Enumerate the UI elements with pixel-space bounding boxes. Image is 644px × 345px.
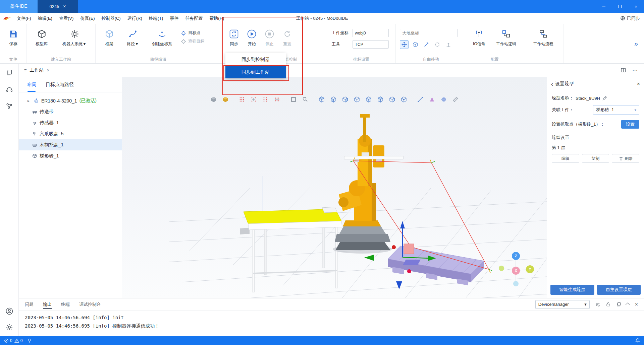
- manual-stack-button[interactable]: 自主设置垛层: [597, 285, 641, 295]
- hint-bulb[interactable]: [27, 338, 32, 343]
- tree-item-robot[interactable]: ▸ ER180-4-3200_1 (已激活): [19, 95, 122, 106]
- menu-item-sync-to-workstation[interactable]: 同步到工作站: [225, 66, 286, 78]
- menu-event[interactable]: 事件: [166, 13, 182, 24]
- menu-edit[interactable]: 编辑(E): [35, 13, 56, 24]
- delete-layer-button[interactable]: 删除: [612, 154, 639, 163]
- tab-debug-console[interactable]: 调试控制台: [79, 298, 101, 310]
- menu-item-sync-to-controller[interactable]: 同步到控制器: [225, 53, 286, 66]
- settings-gear-icon[interactable]: [5, 323, 13, 331]
- split-view-icon[interactable]: [621, 67, 626, 73]
- free-move-cube-button[interactable]: [411, 40, 420, 49]
- sync-button[interactable]: 同步: [228, 27, 240, 47]
- device-manager-select[interactable]: Devicemanager ▾: [535, 300, 590, 309]
- view-target-button[interactable]: 查看目标: [181, 39, 204, 44]
- start-button[interactable]: 开始: [246, 27, 258, 47]
- notifications-bell-icon[interactable]: [635, 338, 640, 343]
- ribbon-expand-icon[interactable]: »: [634, 40, 644, 48]
- free-move-rotate-button[interactable]: [433, 40, 442, 49]
- tree-item-brick[interactable]: 梯形砖_1: [19, 150, 122, 161]
- gold-cube-icon[interactable]: [222, 96, 229, 103]
- pages-icon[interactable]: [6, 69, 13, 76]
- view-cube-icon-6[interactable]: [377, 96, 384, 103]
- window-minimize-button[interactable]: ─: [596, 0, 612, 13]
- lock-icon[interactable]: [606, 302, 611, 307]
- document-tab-close-icon[interactable]: ×: [63, 4, 66, 9]
- world-coord-input[interactable]: [400, 29, 458, 37]
- copy-panel-icon[interactable]: [616, 302, 621, 307]
- point-grid-icon-1[interactable]: [238, 96, 246, 103]
- free-move-axis-button[interactable]: [444, 40, 453, 49]
- view-cube-icon-1[interactable]: [318, 96, 325, 103]
- tool-input[interactable]: [353, 40, 389, 49]
- wobj-input[interactable]: [353, 29, 389, 37]
- tree-item-gripper[interactable]: 六爪吸盘_5: [19, 128, 122, 139]
- tab-targets-paths[interactable]: 目标点与路径: [42, 77, 77, 92]
- workstation-logic-button[interactable]: 工作站逻辑: [495, 27, 518, 47]
- panel-close-icon[interactable]: ×: [637, 81, 640, 87]
- auto-generate-stack-button[interactable]: 智能生成垛层: [550, 285, 594, 295]
- tree-item-pallet[interactable]: 木制托盘_1: [19, 139, 122, 150]
- measure-line-icon[interactable]: [417, 96, 424, 103]
- frame-select-icon[interactable]: [290, 96, 297, 103]
- view-cube-icon-2[interactable]: [330, 96, 337, 103]
- menu-task-config[interactable]: 任务配置: [182, 13, 206, 24]
- headset-icon[interactable]: [6, 86, 13, 93]
- gizmo-minor-axis-dot[interactable]: [513, 281, 519, 286]
- copy-layer-button[interactable]: 复制: [582, 154, 609, 163]
- zoom-region-icon[interactable]: [302, 96, 309, 103]
- expand-caret-icon[interactable]: ▸: [28, 98, 32, 103]
- viewport-3d[interactable]: Z Y X: [122, 77, 547, 298]
- menu-run[interactable]: 运行(R): [124, 13, 146, 24]
- error-count[interactable]: 0: [4, 338, 12, 343]
- app-tab[interactable]: 墨斗IDE: [0, 0, 38, 13]
- point-grid-icon-2[interactable]: [250, 96, 257, 103]
- view-cube-icon-5[interactable]: [365, 96, 372, 103]
- workstation-tab-close-icon[interactable]: ×: [47, 68, 50, 73]
- menu-simulation[interactable]: 仿真(E): [77, 13, 98, 24]
- point-grid-icon-4[interactable]: [273, 96, 281, 103]
- path-button[interactable]: 路径▼: [122, 27, 143, 47]
- user-account-icon[interactable]: [5, 307, 13, 315]
- panel-close-icon[interactable]: ×: [635, 301, 638, 307]
- menu-terminal[interactable]: 终端(T): [146, 13, 167, 24]
- warning-count[interactable]: 0: [14, 338, 23, 343]
- back-chevron-icon[interactable]: ‹: [551, 81, 553, 88]
- edit-layer-button[interactable]: 编辑: [552, 154, 579, 163]
- output-lines-icon[interactable]: [595, 302, 600, 307]
- workstation-flow-button[interactable]: 工作站流程: [532, 27, 555, 47]
- edit-pencil-icon[interactable]: [602, 96, 607, 101]
- tree-item-conveyor[interactable]: 传送带: [19, 106, 122, 117]
- point-grid-icon-3[interactable]: [262, 96, 269, 103]
- menu-view[interactable]: 查看(V): [56, 13, 77, 24]
- more-actions-icon[interactable]: ⋯: [632, 67, 638, 73]
- stop-button[interactable]: 停止: [264, 27, 275, 47]
- document-tab[interactable]: 0245 ×: [38, 0, 78, 13]
- shaded-cube-icon[interactable]: [210, 96, 217, 103]
- orientation-gizmo[interactable]: Z Y X: [499, 252, 534, 286]
- robot-arm[interactable]: [333, 114, 403, 254]
- panel-collapse-icon[interactable]: [625, 303, 630, 307]
- tab-layout[interactable]: 布局: [23, 77, 40, 92]
- view-cube-icon-8[interactable]: [400, 96, 408, 103]
- ruler-icon[interactable]: [452, 96, 459, 103]
- window-maximize-button[interactable]: [612, 0, 628, 13]
- tab-terminal[interactable]: 终端: [61, 298, 70, 310]
- tab-problems[interactable]: 问题: [25, 298, 34, 310]
- free-move-arrow-button[interactable]: [422, 40, 431, 49]
- view-cube-icon-3[interactable]: [341, 96, 349, 103]
- menu-file[interactable]: 文件(F): [13, 13, 35, 24]
- menu-controller[interactable]: 控制器(C): [98, 13, 124, 24]
- save-button[interactable]: 保存: [7, 27, 19, 47]
- model-library-button[interactable]: 模型库: [34, 27, 49, 47]
- target-point-button[interactable]: 目标点: [181, 30, 204, 36]
- frame-button[interactable]: 框架: [99, 27, 120, 47]
- cone-icon[interactable]: [428, 96, 436, 103]
- work-table[interactable]: [240, 207, 342, 292]
- free-move-translate-button[interactable]: [400, 40, 409, 49]
- scene-3d[interactable]: Z Y X: [122, 77, 547, 298]
- sphere-icon[interactable]: [440, 96, 447, 103]
- create-coord-button[interactable]: 创建坐标系: [146, 27, 178, 47]
- view-cube-icon-4[interactable]: [353, 96, 361, 103]
- workstation-panel-tab[interactable]: ≡ 工作站 ×: [19, 67, 55, 73]
- tree-item-sensor[interactable]: 传感器_1: [19, 117, 122, 128]
